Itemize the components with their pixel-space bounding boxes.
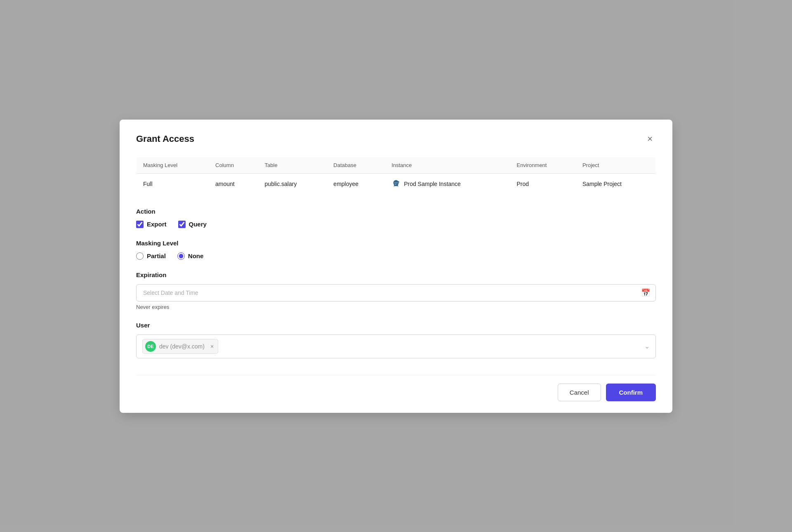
cell-project: Sample Project xyxy=(576,173,656,194)
user-display-name: dev xyxy=(159,343,169,350)
none-radio[interactable] xyxy=(177,252,185,260)
col-header-project: Project xyxy=(576,157,656,173)
modal-header: Grant Access × xyxy=(136,133,656,145)
col-header-instance: Instance xyxy=(385,157,510,173)
chevron-down-icon: ⌄ xyxy=(644,342,650,350)
table-row: Full amount public.salary employee xyxy=(137,173,656,194)
avatar: DE xyxy=(145,341,156,352)
expiration-section: Expiration 📅 Never expires xyxy=(136,271,656,310)
export-checkbox[interactable] xyxy=(136,221,144,228)
user-name: dev (dev@x.com) xyxy=(159,343,205,350)
export-checkbox-item[interactable]: Export xyxy=(136,221,167,228)
modal-overlay: Grant Access × Masking Level Column Tabl… xyxy=(0,0,792,532)
action-section: Action Export Query xyxy=(136,208,656,228)
cell-column: amount xyxy=(209,173,258,194)
action-checkbox-group: Export Query xyxy=(136,221,656,228)
col-header-environment: Environment xyxy=(510,157,575,173)
modal-container: Grant Access × Masking Level Column Tabl… xyxy=(120,120,672,413)
partial-radio[interactable] xyxy=(136,252,144,260)
query-checkbox-item[interactable]: Query xyxy=(178,221,207,228)
user-remove-button[interactable]: × xyxy=(208,344,214,349)
user-label: User xyxy=(136,322,656,329)
col-header-column: Column xyxy=(209,157,258,173)
cell-environment: Prod xyxy=(510,173,575,194)
col-header-table: Table xyxy=(258,157,327,173)
user-field[interactable]: DE dev (dev@x.com) × ⌄ xyxy=(136,334,656,358)
partial-label: Partial xyxy=(147,252,166,259)
query-label: Query xyxy=(189,221,207,228)
col-header-masking-level: Masking Level xyxy=(137,157,209,173)
action-label: Action xyxy=(136,208,656,215)
col-header-database: Database xyxy=(327,157,385,173)
user-email: (dev@x.com) xyxy=(170,343,204,350)
expiration-label: Expiration xyxy=(136,271,656,278)
modal-title: Grant Access xyxy=(136,134,194,144)
close-button[interactable]: × xyxy=(644,133,656,145)
cell-masking-level: Full xyxy=(137,173,209,194)
masking-level-radio-group: Partial None xyxy=(136,252,656,260)
postgres-icon xyxy=(391,179,401,188)
partial-radio-item[interactable]: Partial xyxy=(136,252,166,260)
query-checkbox[interactable] xyxy=(178,221,186,228)
expiration-input[interactable] xyxy=(136,284,656,301)
instance-name: Prod Sample Instance xyxy=(404,181,461,187)
modal-footer: Cancel Confirm xyxy=(136,375,656,401)
svg-point-1 xyxy=(397,182,398,183)
cell-database: employee xyxy=(327,173,385,194)
masking-level-label: Masking Level xyxy=(136,240,656,247)
cell-table: public.salary xyxy=(258,173,327,194)
never-expires-text: Never expires xyxy=(136,304,656,310)
expiration-input-wrapper: 📅 xyxy=(136,284,656,301)
masking-level-section: Masking Level Partial None xyxy=(136,240,656,260)
none-radio-item[interactable]: None xyxy=(177,252,204,260)
cell-instance: Prod Sample Instance xyxy=(385,173,510,194)
table-header-row: Masking Level Column Table Database Inst… xyxy=(137,157,656,173)
info-table: Masking Level Column Table Database Inst… xyxy=(136,157,656,195)
svg-point-0 xyxy=(395,182,396,183)
export-label: Export xyxy=(147,221,167,228)
confirm-button[interactable]: Confirm xyxy=(606,384,656,401)
user-tag: DE dev (dev@x.com) × xyxy=(142,339,218,354)
cancel-button[interactable]: Cancel xyxy=(558,384,601,401)
none-label: None xyxy=(188,252,204,259)
user-section: User DE dev (dev@x.com) × ⌄ xyxy=(136,322,656,358)
